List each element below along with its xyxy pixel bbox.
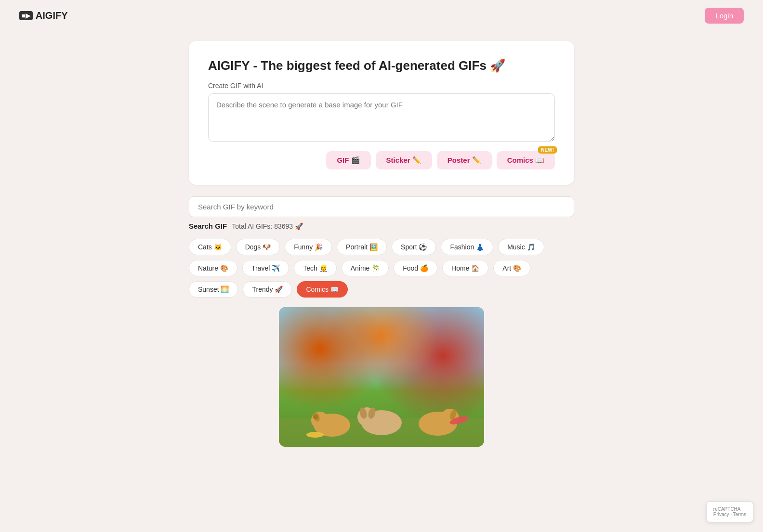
gif-image [279,307,484,447]
category-tag-home[interactable]: Home 🏠 [442,260,488,276]
category-tag-portrait[interactable]: Portrait 🖼️ [337,239,387,255]
recaptcha-badge: reCAPTCHA Privacy · Terms [706,501,753,522]
header: ■▶ AIGIFY Login [0,0,763,31]
category-tag-cats[interactable]: Cats 🐱 [189,239,231,255]
category-tag-sport[interactable]: Sport ⚽ [392,239,436,255]
gif-container [189,307,574,447]
new-badge: NEW! [538,146,557,154]
logo-text: AIGIFY [36,10,68,21]
category-tag-comics[interactable]: Comics 📖 [297,281,348,298]
dogs-svg [279,350,484,447]
category-tag-anime[interactable]: Anime 🎋 [342,260,389,276]
poster-type-button[interactable]: Poster ✏️ [437,151,492,169]
main-content: AIGIFY - The biggest feed of AI-generate… [179,41,584,447]
category-tag-dogs[interactable]: Dogs 🐶 [236,239,280,255]
category-tag-nature[interactable]: Nature 🎨 [189,260,237,276]
sticker-type-button[interactable]: Sticker ✏️ [376,151,432,169]
hero-title: AIGIFY - The biggest feed of AI-generate… [208,58,555,73]
search-section: Search GIF Total AI GIFs: 83693 🚀 [189,196,574,230]
search-gif-label: Search GIF [189,222,227,230]
type-buttons-container: GIF 🎬 Sticker ✏️ Poster ✏️ Comics 📖 NEW! [208,151,555,169]
category-tag-food[interactable]: Food 🍊 [394,260,437,276]
gif-type-button[interactable]: GIF 🎬 [326,151,370,169]
search-input[interactable] [189,196,574,217]
prompt-textarea[interactable] [208,93,555,142]
total-gifs-label: Total AI GIFs: 83693 🚀 [232,222,303,230]
category-tags: Cats 🐱Dogs 🐶Funny 🎉Portrait 🖼️Sport ⚽Fas… [189,239,574,298]
svg-point-4 [313,415,318,419]
search-meta: Search GIF Total AI GIFs: 83693 🚀 [189,222,574,230]
comics-type-button[interactable]: Comics 📖 NEW! [497,151,555,169]
category-tag-art[interactable]: Art 🎨 [493,260,530,276]
login-button[interactable]: Login [705,8,744,24]
logo-icon: ■▶ [19,11,33,20]
category-tag-tech[interactable]: Tech 👷 [294,260,336,276]
category-tag-travel[interactable]: Travel ✈️ [242,260,289,276]
svg-point-5 [306,432,324,438]
category-tag-trendy[interactable]: Trendy 🚀 [243,281,292,298]
category-tag-funny[interactable]: Funny 🎉 [285,239,332,255]
hero-card: AIGIFY - The biggest feed of AI-generate… [189,41,574,185]
category-tag-music[interactable]: Music 🎵 [498,239,544,255]
category-tag-fashion[interactable]: Fashion 👗 [441,239,493,255]
category-tag-sunset[interactable]: Sunset 🌅 [189,281,238,298]
logo: ■▶ AIGIFY [19,10,68,21]
create-label: Create GIF with AI [208,82,555,90]
